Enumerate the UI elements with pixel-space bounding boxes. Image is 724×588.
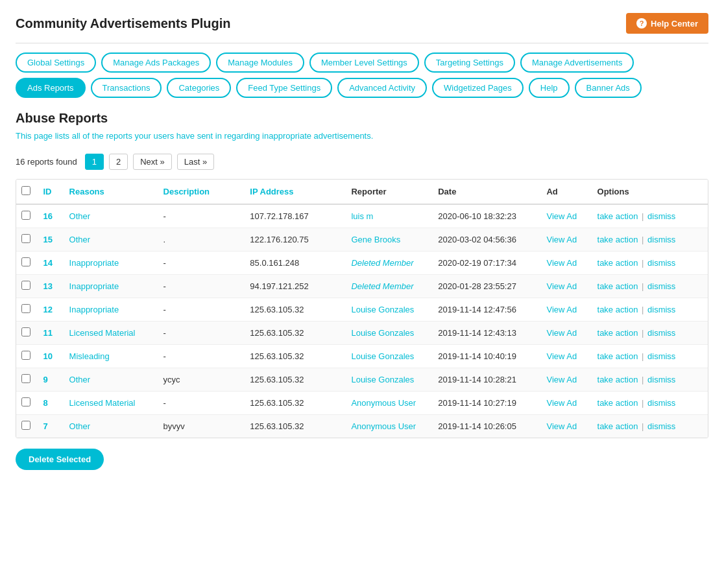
- view-ad-link[interactable]: View Ad: [546, 258, 577, 268]
- col-description: Description: [158, 180, 245, 204]
- page-btn-1[interactable]: 1: [85, 154, 104, 170]
- view-ad-link[interactable]: View Ad: [546, 351, 577, 361]
- table-row: 11 Licensed Material - 125.63.105.32 Lou…: [16, 322, 708, 345]
- delete-selected-button[interactable]: Delete Selected: [16, 449, 104, 470]
- take-action-link[interactable]: take action: [597, 351, 638, 361]
- tab-targeting-settings[interactable]: Targeting Settings: [424, 53, 515, 73]
- dismiss-link[interactable]: dismiss: [647, 305, 675, 314]
- row-id: 14: [38, 252, 64, 275]
- tab-ads-reports[interactable]: Ads Reports: [16, 78, 86, 98]
- row-checkbox[interactable]: [21, 351, 30, 360]
- tab-advanced-activity[interactable]: Advanced Activity: [337, 78, 427, 98]
- pagination-row: 16 reports found 1 2 Next » Last »: [16, 154, 708, 170]
- row-id: 9: [38, 368, 64, 392]
- dismiss-link[interactable]: dismiss: [647, 328, 675, 338]
- row-date: 2020-03-02 04:56:36: [433, 228, 541, 252]
- dismiss-link[interactable]: dismiss: [647, 235, 675, 244]
- row-description: -: [158, 204, 245, 228]
- take-action-link[interactable]: take action: [597, 235, 638, 244]
- dismiss-link[interactable]: dismiss: [647, 351, 675, 361]
- tab-widgetized-pages[interactable]: Widgetized Pages: [432, 78, 524, 98]
- row-ip: 125.63.105.32: [245, 298, 346, 322]
- table-row: 14 Inappropriate - 85.0.161.248 Deleted …: [16, 252, 708, 275]
- row-options: take action | dismiss: [592, 415, 708, 438]
- tab-manage-ads-packages[interactable]: Manage Ads Packages: [101, 53, 211, 73]
- tab-global-settings[interactable]: Global Settings: [16, 53, 96, 73]
- view-ad-link[interactable]: View Ad: [546, 235, 577, 244]
- row-options: take action | dismiss: [592, 252, 708, 275]
- row-reason: Licensed Material: [64, 392, 158, 415]
- reporter-link[interactable]: Louise Gonzales: [351, 305, 414, 314]
- row-date: 2019-11-14 10:28:21: [433, 368, 541, 392]
- row-reason: Inappropriate: [64, 298, 158, 322]
- take-action-link[interactable]: take action: [597, 375, 638, 384]
- reporter-link[interactable]: Louise Gonzales: [351, 351, 414, 361]
- view-ad-link[interactable]: View Ad: [546, 398, 577, 408]
- dismiss-link[interactable]: dismiss: [647, 258, 675, 268]
- take-action-link[interactable]: take action: [597, 281, 638, 291]
- take-action-link[interactable]: take action: [597, 398, 638, 408]
- tab-manage-advertisements[interactable]: Manage Advertisements: [520, 53, 634, 73]
- row-checkbox[interactable]: [21, 327, 30, 336]
- row-date: 2020-01-28 23:55:27: [433, 275, 541, 298]
- page-btn-next[interactable]: Next »: [133, 154, 172, 170]
- row-checkbox[interactable]: [21, 397, 30, 406]
- row-checkbox[interactable]: [21, 257, 30, 266]
- take-action-link[interactable]: take action: [597, 258, 638, 268]
- tab-transactions[interactable]: Transactions: [91, 78, 162, 98]
- reporter-link[interactable]: Louise Gonzales: [351, 328, 414, 338]
- row-checkbox[interactable]: [21, 304, 30, 313]
- dismiss-link[interactable]: dismiss: [647, 421, 675, 431]
- row-options: take action | dismiss: [592, 204, 708, 228]
- row-reporter: Louise Gonzales: [346, 322, 433, 345]
- row-checkbox[interactable]: [21, 281, 30, 290]
- view-ad-link[interactable]: View Ad: [546, 305, 577, 314]
- row-date: 2019-11-14 10:40:19: [433, 345, 541, 368]
- row-date: 2019-11-14 12:47:56: [433, 298, 541, 322]
- row-reporter: luis m: [346, 204, 433, 228]
- help-center-button[interactable]: ? Help Center: [626, 13, 708, 34]
- tab-banner-ads[interactable]: Banner Ads: [575, 78, 642, 98]
- tab-manage-modules[interactable]: Manage Modules: [216, 53, 304, 73]
- select-all-checkbox[interactable]: [21, 186, 30, 195]
- dismiss-link[interactable]: dismiss: [647, 211, 675, 221]
- row-checkbox[interactable]: [21, 374, 30, 383]
- row-id: 11: [38, 322, 64, 345]
- row-checkbox[interactable]: [21, 211, 30, 220]
- tab-feed-type-settings[interactable]: Feed Type Settings: [236, 78, 332, 98]
- reporter-link[interactable]: Anonymous User: [351, 398, 416, 408]
- tab-help[interactable]: Help: [529, 78, 570, 98]
- help-btn-label: Help Center: [651, 19, 698, 29]
- view-ad-link[interactable]: View Ad: [546, 281, 577, 291]
- take-action-link[interactable]: take action: [597, 305, 638, 314]
- reporter-link[interactable]: Anonymous User: [351, 421, 416, 431]
- reporter-link[interactable]: Gene Brooks: [351, 235, 400, 244]
- view-ad-link[interactable]: View Ad: [546, 421, 577, 431]
- view-ad-link[interactable]: View Ad: [546, 328, 577, 338]
- take-action-link[interactable]: take action: [597, 421, 638, 431]
- reporter-link[interactable]: luis m: [351, 211, 373, 221]
- row-date: 2019-11-14 12:43:13: [433, 322, 541, 345]
- take-action-link[interactable]: take action: [597, 211, 638, 221]
- take-action-link[interactable]: take action: [597, 328, 638, 338]
- row-ip: 122.176.120.75: [245, 228, 346, 252]
- page-btn-last[interactable]: Last »: [177, 154, 214, 170]
- row-reporter: Deleted Member: [346, 275, 433, 298]
- dismiss-link[interactable]: dismiss: [647, 375, 675, 384]
- dismiss-link[interactable]: dismiss: [647, 281, 675, 291]
- view-ad-link[interactable]: View Ad: [546, 211, 577, 221]
- view-ad-link[interactable]: View Ad: [546, 375, 577, 384]
- row-checkbox[interactable]: [21, 421, 30, 430]
- page-btn-2[interactable]: 2: [109, 154, 128, 170]
- row-ip: 125.63.105.32: [245, 392, 346, 415]
- row-options: take action | dismiss: [592, 368, 708, 392]
- row-ip: 125.63.105.32: [245, 345, 346, 368]
- tab-categories[interactable]: Categories: [167, 78, 231, 98]
- options-separator: |: [642, 328, 646, 338]
- table-row: 9 Other ycyc 125.63.105.32 Louise Gonzal…: [16, 368, 708, 392]
- dismiss-link[interactable]: dismiss: [647, 398, 675, 408]
- options-separator: |: [642, 258, 646, 268]
- reporter-link[interactable]: Louise Gonzales: [351, 375, 414, 384]
- row-checkbox[interactable]: [21, 234, 30, 243]
- tab-member-level-settings[interactable]: Member Level Settings: [309, 53, 419, 73]
